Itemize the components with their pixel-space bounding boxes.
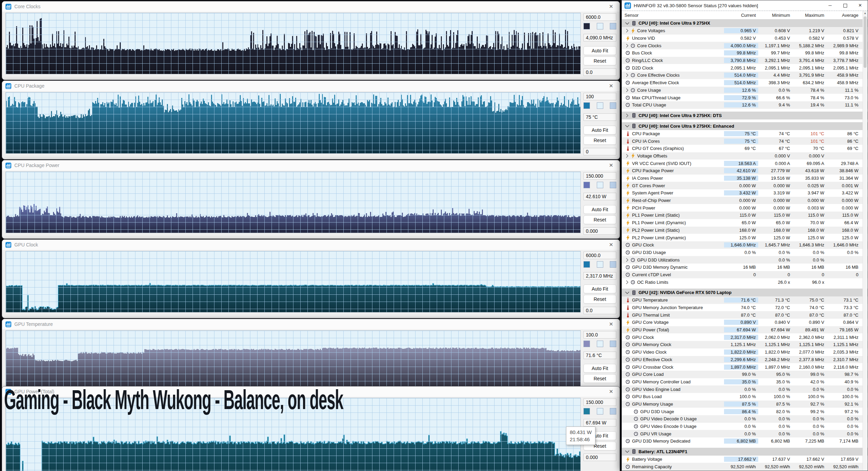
series-color-swatch[interactable]: [583, 341, 590, 347]
chevron-right-icon[interactable]: [625, 280, 630, 284]
sensor-row[interactable]: GPU Video Decode 0 Usage0.0 %0.0 %0.0 %0…: [622, 415, 868, 423]
sensor-row[interactable]: GPU D3D Utilizations0.0 %0.0 %: [622, 256, 868, 264]
col-sensor[interactable]: Sensor: [622, 13, 724, 18]
chevron-right-icon[interactable]: [625, 258, 630, 262]
scale-max-input[interactable]: 6000.0: [583, 252, 616, 259]
auto-fit-button[interactable]: Auto Fit: [583, 364, 616, 373]
background-color-swatch[interactable]: [597, 408, 603, 415]
grid-color-swatch[interactable]: [610, 182, 616, 188]
sensor-row[interactable]: GPU D3D Usage86.4 %82.0 %99.2 %97.2 %: [622, 408, 868, 415]
background-color-swatch[interactable]: [597, 341, 603, 347]
auto-fit-button[interactable]: Auto Fit: [583, 205, 616, 214]
sensor-row[interactable]: Average Effective Clock514.0 MHz398.3 MH…: [622, 79, 868, 87]
graph-plot[interactable]: [5, 330, 581, 392]
chevron-down-icon[interactable]: [625, 124, 631, 128]
graph-plot[interactable]: [5, 171, 581, 233]
sensor-row[interactable]: System Agent Power3.432 W3.319 W3.947 W3…: [622, 189, 868, 197]
chevron-down-icon[interactable]: [625, 21, 631, 25]
scale-min-input[interactable]: 0.0: [583, 68, 616, 76]
sensor-row[interactable]: Remaining Capacity92,520 mWh92,520 mWh92…: [622, 463, 868, 470]
sensor-row[interactable]: Voltage Offsets0.000 V0.000 V: [622, 152, 868, 160]
grid-color-swatch[interactable]: [610, 23, 616, 29]
reset-button[interactable]: Reset: [583, 215, 616, 224]
reset-button[interactable]: Reset: [583, 136, 616, 145]
sensor-row[interactable]: GPU Temperature71.6 °C71.3 °C75.0 °C73.1…: [622, 296, 868, 304]
sensor-group-header[interactable]: CPU [#0]: Intel Core Ultra 9 275HX: Enha…: [622, 122, 868, 130]
series-color-swatch[interactable]: [583, 408, 590, 415]
scrollbar-thumb[interactable]: [864, 16, 867, 68]
sensor-row[interactable]: GPU Memory Controller Load35.0 %35.0 %42…: [622, 378, 868, 386]
sensor-row[interactable]: OC Ratio Limits26.0 x96.0 x: [622, 278, 868, 286]
scale-max-input[interactable]: 100: [583, 93, 616, 100]
sensor-row[interactable]: PL2 Power Limit (Static)168.0 W168.0 W16…: [622, 227, 868, 234]
sensor-title-bar[interactable]: HWiNFO® 32 v8.30-5800 Sensor Status [270…: [622, 0, 868, 11]
sensor-row[interactable]: Rest-of-Chip Power0.000 W0.000 W0.000 W0…: [622, 197, 868, 204]
graph-title-bar[interactable]: GPU Clock ✕: [2, 240, 620, 250]
scale-min-input[interactable]: 0.000: [583, 227, 616, 235]
sensor-row[interactable]: Max CPU/Thread Usage72.9 %66.6 %78.4 %73…: [622, 94, 868, 101]
sensor-group-header[interactable]: CPU [#0]: Intel Core Ultra 9 275HX: DTS: [622, 112, 868, 119]
scale-min-input[interactable]: 0.0: [583, 307, 616, 314]
sensor-row[interactable]: GPU Memory Junction Temperature74.0 °C72…: [622, 304, 868, 311]
auto-fit-button[interactable]: Auto Fit: [583, 46, 616, 55]
grid-color-swatch[interactable]: [610, 102, 616, 109]
sensor-row[interactable]: GPU Thermal Limit87.0 °C87.0 °C87.0 °C87…: [622, 311, 868, 319]
sensor-row[interactable]: Core Usage12.6 %0.0 %78.4 %11.1 %: [622, 87, 868, 94]
sensor-row[interactable]: VR VCC Current (SVID IOUT)18.563 A0.000 …: [622, 160, 868, 167]
sensor-row[interactable]: GPU D3D Memory Dynamic16 MB16 MB16 MB16 …: [622, 264, 868, 271]
scale-max-input[interactable]: 100.0: [583, 331, 616, 339]
graph-title-bar[interactable]: CPU Package ✕: [2, 81, 620, 91]
chevron-down-icon[interactable]: [625, 449, 631, 454]
sensor-row[interactable]: D2D Clock2,095.1 MHz2,095.1 MHz2,095.1 M…: [622, 64, 868, 72]
chevron-right-icon[interactable]: [625, 44, 630, 48]
background-color-swatch[interactable]: [597, 261, 603, 268]
sensor-row[interactable]: GPU VR Usage0.0 %0.0 %0.0 %0.0 %: [622, 430, 868, 437]
close-icon[interactable]: ✕: [606, 3, 616, 10]
sensor-row[interactable]: GPU Video Encode 0 Usage0.0 %0.0 %0.0 %0…: [622, 423, 868, 430]
chevron-right-icon[interactable]: [625, 29, 630, 33]
sensor-row[interactable]: GPU D3D Memory Dedicated6,802 MB6,802 MB…: [622, 437, 868, 445]
series-color-swatch[interactable]: [583, 23, 590, 29]
reset-button[interactable]: Reset: [583, 295, 616, 304]
sensor-group-header[interactable]: Battery: ATL L23N4PF1: [622, 448, 868, 456]
maximize-button[interactable]: [838, 0, 853, 11]
chevron-right-icon[interactable]: [625, 88, 630, 92]
col-minimum[interactable]: Minimum: [758, 13, 792, 18]
sensor-row[interactable]: Current cTDP Level0000: [622, 271, 868, 279]
sensor-row[interactable]: CPU IA Cores75 °C74 °C101 °C86 °C: [622, 137, 868, 145]
scale-max-input[interactable]: 150.000: [583, 172, 616, 180]
sensor-row[interactable]: CPU GT Cores (Graphics)69 °C67 °C70 °C69…: [622, 145, 868, 152]
series-color-swatch[interactable]: [583, 102, 590, 109]
col-maximum[interactable]: Maximum: [792, 13, 827, 18]
series-color-swatch[interactable]: [583, 261, 590, 268]
graph-title-bar[interactable]: CPU Package Power ✕: [2, 160, 620, 170]
graph-plot[interactable]: [5, 92, 581, 154]
reset-button[interactable]: Reset: [583, 374, 616, 383]
sensor-row[interactable]: GPU Core Voltage0.890 V0.840 V0.890 V0.8…: [622, 319, 868, 326]
scrollbar[interactable]: ▲: [863, 11, 867, 470]
chevron-right-icon[interactable]: [625, 114, 631, 117]
close-icon[interactable]: ✕: [606, 162, 616, 168]
col-current[interactable]: Current: [724, 13, 758, 18]
auto-fit-button[interactable]: Auto Fit: [583, 284, 616, 293]
sensor-row[interactable]: PCH Power0.000 W0.000 W0.003 W0.000 W: [622, 204, 868, 212]
background-color-swatch[interactable]: [597, 182, 603, 188]
background-color-swatch[interactable]: [597, 23, 603, 29]
sensor-row[interactable]: GPU Clock1,646.0 MHz1,645.7 MHz1,646.3 M…: [622, 241, 868, 249]
sensor-row[interactable]: GPU Power (Total)67.694 W67.694 W89.491 …: [622, 326, 868, 334]
auto-fit-button[interactable]: Auto Fit: [583, 126, 616, 135]
scale-min-input[interactable]: 0.000: [583, 454, 616, 461]
sensor-row[interactable]: Bus Clock99.8 MHz99.7 MHz99.8 MHz99.8 MH…: [622, 49, 868, 57]
chevron-down-icon[interactable]: [625, 291, 631, 295]
series-color-swatch[interactable]: [583, 182, 590, 188]
sensor-row[interactable]: GPU Video Clock1,822.0 MHz1,822.0 MHz2,0…: [622, 348, 868, 356]
close-icon[interactable]: ✕: [606, 389, 616, 395]
graph-plot[interactable]: [5, 251, 581, 313]
sensor-row[interactable]: PL1 Power Limit (Dynamic)65.0 W65.0 W70.…: [622, 219, 868, 227]
sensor-row[interactable]: Ring/LLC Clock3,790.8 MHz3,292.1 MHz3,79…: [622, 57, 868, 64]
minimize-button[interactable]: ─: [823, 0, 838, 11]
sensor-group-header[interactable]: GPU [#2]: NVIDIA GeForce RTX 5070 Laptop: [622, 289, 868, 296]
sensor-row[interactable]: Core Effective Clocks514.0 MHz4.4 MHz3,7…: [622, 72, 868, 79]
grid-color-swatch[interactable]: [610, 341, 616, 347]
col-average[interactable]: Average: [827, 13, 861, 18]
